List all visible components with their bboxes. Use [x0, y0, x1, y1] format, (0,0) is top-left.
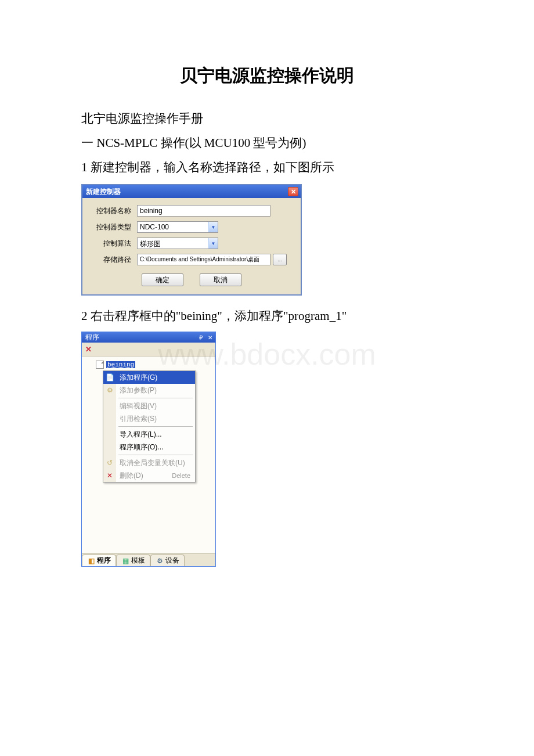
tree-node-label: beining	[106, 361, 135, 368]
menu-item-label: 添加程序(G)	[120, 373, 157, 383]
browse-button[interactable]: ...	[273, 254, 287, 265]
dialog-new-controller: 新建控制器 ✕ 控制器名称 beining 控制器类型 NDC-100 ▼ 控制…	[81, 184, 302, 296]
panel-toolbar: ✕	[82, 343, 215, 357]
close-icon: ✕	[291, 188, 296, 196]
program-tab-icon: ◧	[87, 557, 95, 565]
select-controller-type[interactable]: NDC-100	[137, 221, 218, 233]
label-control-algorithm: 控制算法	[89, 239, 131, 249]
delete-toolbar-button[interactable]: ✕	[84, 345, 92, 354]
pin-button[interactable]: ₽	[197, 334, 205, 341]
close-icon: ✕	[208, 334, 212, 341]
label-controller-name: 控制器名称	[89, 206, 131, 216]
menu-item-label: 导入程序(L)...	[120, 430, 162, 440]
menu-item-label: 编辑视图(V)	[120, 401, 157, 411]
text-fragment: beining	[181, 309, 217, 323]
delete-icon: ✕	[105, 471, 114, 480]
select-control-algorithm[interactable]: 梯形图	[137, 237, 218, 249]
step-1-text: 1 新建控制器，输入名称选择路径，如下图所示	[81, 155, 453, 179]
tab-label: 程序	[97, 556, 111, 566]
tab-program[interactable]: ◧ 程序	[82, 555, 116, 566]
panel-program: 程序 ₽ ✕ ✕ beining 📄 添加程序(G) ⚙ 添加参数(P) 编辑视…	[81, 332, 216, 567]
chevron-down-icon: ▼	[211, 225, 216, 230]
context-menu: 📄 添加程序(G) ⚙ 添加参数(P) 编辑视图(V) 引用检索(S) 导入程序…	[103, 370, 196, 483]
add-program-icon: 📄	[105, 373, 114, 382]
text-fragment: program_1	[288, 309, 341, 323]
template-tab-icon: ▦	[121, 557, 129, 565]
dropdown-button[interactable]: ▼	[208, 222, 218, 232]
menu-separator	[118, 398, 193, 398]
document-title: 贝宁电源监控操作说明	[81, 64, 453, 88]
menu-item-delete[interactable]: ✕ 删除(D) Delete	[103, 469, 195, 482]
dialog-titlebar: 新建控制器 ✕	[82, 185, 301, 198]
x-icon: ✕	[85, 345, 92, 354]
menu-item-add-program[interactable]: 📄 添加程序(G)	[103, 371, 195, 384]
dialog-body: 控制器名称 beining 控制器类型 NDC-100 ▼ 控制算法 梯形图 ▼…	[82, 198, 301, 294]
menu-item-cancel-global[interactable]: ↺ 取消全局变量关联(U)	[103, 456, 195, 469]
label-storage-path: 存储路径	[89, 255, 131, 265]
tab-label: 模板	[131, 556, 145, 566]
unlink-icon: ↺	[105, 458, 114, 467]
tab-label: 设备	[165, 556, 179, 566]
section-1-heading: 一 NCS-MPLC 操作(以 MCU100 型号为例)	[81, 131, 453, 155]
menu-item-label: 引用检索(S)	[120, 414, 157, 424]
step-2-text: 2 右击程序框中的"beining"，添加程序"program_1"	[81, 304, 453, 328]
input-controller-name[interactable]: beining	[137, 205, 270, 217]
menu-item-import-program[interactable]: 导入程序(L)...	[103, 428, 195, 441]
panel-titlebar: 程序 ₽ ✕	[82, 332, 215, 343]
panel-tabs: ◧ 程序 ▦ 模板 ⚙ 设备	[82, 553, 215, 566]
menu-item-label: 程序顺序(O)...	[120, 442, 163, 452]
menu-item-program-order[interactable]: 程序顺序(O)...	[103, 441, 195, 453]
dropdown-button[interactable]: ▼	[208, 238, 218, 249]
menu-item-add-param[interactable]: ⚙ 添加参数(P)	[103, 384, 195, 397]
input-storage-path[interactable]: C:\Documents and Settings\Administrator\…	[137, 254, 270, 265]
ok-button[interactable]: 确定	[142, 273, 183, 286]
device-tab-icon: ⚙	[156, 557, 164, 565]
add-param-icon: ⚙	[105, 386, 114, 395]
close-button[interactable]: ✕	[288, 187, 298, 196]
cancel-button[interactable]: 取消	[200, 273, 241, 286]
tree-empty-area	[82, 487, 215, 553]
dialog-title: 新建控制器	[86, 187, 121, 197]
menu-item-label: 取消全局变量关联(U)	[120, 458, 185, 468]
menu-separator	[118, 426, 193, 427]
text-fragment: 操作(以	[157, 136, 204, 150]
text-fragment: MCU100	[204, 136, 250, 150]
menu-item-ref-search[interactable]: 引用检索(S)	[103, 412, 195, 425]
tree-view[interactable]: beining 📄 添加程序(G) ⚙ 添加参数(P) 编辑视图(V) 引用检索…	[82, 357, 215, 487]
menu-item-edit-view[interactable]: 编辑视图(V)	[103, 399, 195, 412]
menu-item-label: 删除(D)	[120, 471, 143, 481]
menu-separator	[118, 455, 193, 455]
pin-icon: ₽	[199, 334, 203, 341]
close-panel-button[interactable]: ✕	[206, 334, 214, 341]
text-fragment: NCS-MPLC	[96, 136, 157, 150]
tree-node-beining[interactable]: beining	[86, 360, 213, 369]
tab-template[interactable]: ▦ 模板	[116, 555, 150, 566]
panel-title: 程序	[85, 333, 99, 343]
menu-shortcut: Delete	[172, 472, 190, 479]
text-fragment: "	[342, 309, 347, 323]
tab-device[interactable]: ⚙ 设备	[150, 555, 185, 566]
text-fragment: 2 右击程序框中的"	[81, 309, 181, 323]
document-icon	[96, 361, 104, 369]
menu-item-label: 添加参数(P)	[120, 386, 157, 395]
text-fragment: 一	[81, 136, 96, 150]
text-fragment: "，添加程序"	[217, 309, 288, 323]
text-fragment: 型号为例)	[250, 136, 306, 150]
label-controller-type: 控制器类型	[89, 222, 131, 232]
chevron-down-icon: ▼	[211, 241, 216, 246]
manual-heading: 北宁电源监控操作手册	[81, 106, 453, 131]
